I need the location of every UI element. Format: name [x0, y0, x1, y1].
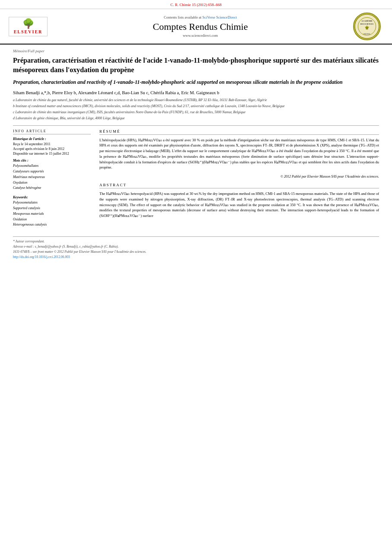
- academie-logo: ACADÉMIE DES SCIENCES ⚜ FRANCE: [353, 13, 383, 40]
- journal-ref: C. R. Chimie 15 (2012) 658–668: [170, 3, 222, 7]
- journal-title: Comptes Rendus Chimie: [52, 21, 349, 32]
- affiliation-c: c Laboratoire de chimie des matériaux in…: [13, 110, 379, 115]
- kw-en-1: Polyoxometalates: [13, 200, 91, 206]
- received-date: Reçu le 14 septembre 2011 Accepté après …: [13, 142, 91, 156]
- info-article-title: INFO ARTICLE: [13, 129, 91, 134]
- kw-en-2: Supported catalysis: [13, 206, 91, 211]
- academie-badge: ACADÉMIE DES SCIENCES ⚜ FRANCE: [353, 13, 381, 40]
- divider-1: [13, 125, 379, 126]
- footer-issn: 1631-0748/$ – see front matter © 2012 Pu…: [13, 250, 379, 254]
- elsevier-brand: ELSEVIER: [14, 29, 43, 34]
- authors: Siham Benadji a,*,b, Pierre Eloy b, Alex…: [13, 90, 379, 95]
- keywords-en-label: Keywords:: [13, 195, 91, 199]
- article-title-fr: Préparation, caractérisation et réactivi…: [13, 56, 379, 75]
- footer-doi[interactable]: http://dx.doi.org/10.1016/j.crci.2012.06…: [13, 255, 379, 259]
- journal-header: C. R. Chimie 15 (2012) 658–668: [0, 0, 392, 9]
- affiliations: a Laboratoire de chimie du gaz naturel, …: [13, 98, 379, 121]
- historique-label: Historique de l'article :: [13, 137, 91, 141]
- kw-en-5: Heterogeneous catalysis: [13, 222, 91, 228]
- resume-text: L'hétéropolyacide (HPA), H₄PMo₁₁VO₄₀ a é…: [99, 137, 379, 171]
- keywords-fr-list: Polyoxométallates Catalyseurs supportés …: [13, 163, 91, 191]
- footer-note: * Auteur correspondant.: [13, 239, 379, 243]
- article-type: Mémoire/Full paper: [13, 49, 379, 53]
- kw-fr-5: Catalyse hétérogène: [13, 185, 91, 191]
- page: C. R. Chimie 15 (2012) 658–668 🌳 ELSEVIE…: [0, 0, 392, 535]
- kw-fr-2: Catalyseurs supportés: [13, 169, 91, 175]
- affiliation-a: a Laboratoire de chimie du gaz naturel, …: [13, 98, 379, 103]
- banner-row: 🌳 ELSEVIER Contents lists available at S…: [0, 9, 392, 45]
- keywords-en-list: Polyoxometalates Supported catalysis Mes…: [13, 200, 91, 228]
- kw-fr-3: Matériaux mésoporeux: [13, 175, 91, 180]
- main-content: Mémoire/Full paper Préparation, caractér…: [0, 45, 392, 232]
- kw-fr-4: Oxydation: [13, 180, 91, 186]
- banner-center: Contents lists available at SciVerse Sci…: [52, 15, 349, 38]
- elsevier-logo: 🌳 ELSEVIER: [9, 17, 48, 36]
- sciverse-link[interactable]: SciVerse ScienceDirect: [202, 15, 237, 19]
- svg-text:⚜: ⚜: [364, 25, 370, 31]
- footer-email: Adresse e-mail : s_benadji@yahoo.fr (S. …: [13, 245, 379, 248]
- resume-title: RÉSUMÉ: [99, 129, 379, 135]
- svg-text:FRANCE: FRANCE: [363, 33, 370, 35]
- abstract-text: The H₄PMo₁₁VO₄₀ heteropolyacid (HPA) was…: [99, 191, 379, 219]
- affiliation-b: b Institute of condensed matter and nano…: [13, 104, 379, 109]
- page-footer: * Auteur correspondant. Adresse e-mail :…: [13, 236, 379, 259]
- two-col-layout: INFO ARTICLE Historique de l'article : R…: [13, 129, 379, 228]
- svg-text:ACADÉMIE: ACADÉMIE: [361, 20, 373, 22]
- mots-cles-label: Mots clés :: [13, 159, 91, 162]
- article-title-en: Preparation, characterization and reacti…: [13, 79, 379, 86]
- contents-line: Contents lists available at SciVerse Sci…: [52, 15, 349, 19]
- kw-en-3: Mesoporous materials: [13, 211, 91, 217]
- resume-copyright: © 2012 Publié par Elsevier Masson SAS po…: [99, 175, 379, 178]
- journal-url: www.sciencedirect.com: [52, 33, 349, 38]
- right-column: RÉSUMÉ L'hétéropolyacide (HPA), H₄PMo₁₁V…: [99, 129, 379, 228]
- left-column: INFO ARTICLE Historique de l'article : R…: [13, 129, 91, 228]
- affiliation-d: d Laboratoire de génie chimique, B6a, un…: [13, 116, 379, 121]
- kw-fr-1: Polyoxométallates: [13, 163, 91, 169]
- abstract-title: ABSTRACT: [99, 183, 379, 188]
- elsevier-tree-icon: 🌳: [22, 19, 34, 29]
- kw-en-4: Oxidation: [13, 217, 91, 223]
